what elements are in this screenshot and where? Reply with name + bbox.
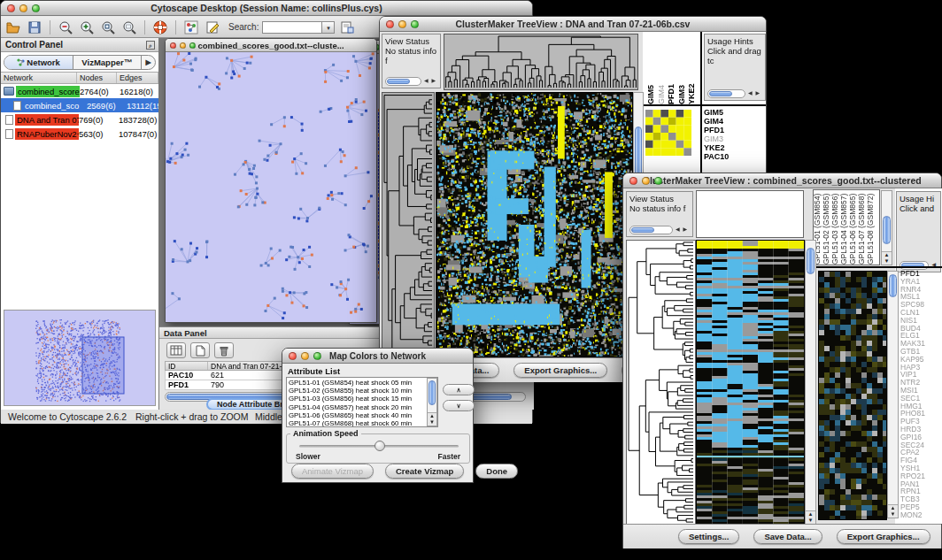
slider-thumb[interactable]	[374, 441, 385, 451]
column-labels-vscrollbar[interactable]: ▲▼	[881, 190, 892, 265]
column-label[interactable]: GIM4	[657, 34, 667, 104]
column-label[interactable]: GPL51-06 (GSM865)	[849, 190, 857, 265]
create-vizmap-button[interactable]: Create Vizmap	[385, 464, 464, 479]
delete-attribute-button[interactable]	[214, 342, 234, 358]
dialog-titlebar[interactable]: Map Colors to Network	[282, 349, 473, 364]
minimize-button[interactable]	[180, 42, 186, 49]
done-button[interactable]: Done	[475, 464, 518, 479]
tab-network[interactable]: Network	[4, 56, 73, 69]
zoom-button[interactable]	[313, 352, 321, 360]
minimize-button[interactable]	[19, 4, 27, 12]
treeview-action-button[interactable]: Export Graphics...	[837, 529, 930, 544]
scrollbar-thumb[interactable]	[889, 274, 897, 297]
scrollbar-track[interactable]	[385, 77, 421, 86]
scrollbar-thumb[interactable]	[883, 216, 891, 244]
attribute-list-vscrollbar[interactable]: ▲▼	[427, 378, 437, 426]
gene-label[interactable]: GIM5	[704, 109, 729, 117]
treeview1-titlebar[interactable]: ClusterMaker TreeView : DNA and Tran 07-…	[380, 17, 766, 32]
scroll-arrows-icon[interactable]: ▲▼	[882, 251, 892, 265]
treeview2-titlebar[interactable]: ClusterMaker TreeView : combined_scores_…	[623, 173, 941, 188]
search-input[interactable]	[262, 21, 322, 34]
vizmapper-button[interactable]	[182, 19, 200, 35]
minimize-button[interactable]	[642, 177, 650, 185]
network-row[interactable]: DNA and Tran 07 769(0) 183728(0)	[1, 112, 158, 127]
scrollbar-thumb[interactable]	[807, 248, 815, 274]
network-row[interactable]: combined_sco 2569(6) 13112(15)	[1, 98, 158, 112]
scroll-arrows-icon[interactable]: ◀ ▶	[421, 76, 436, 86]
scrollbar-thumb[interactable]	[387, 79, 410, 84]
heatmap-canvas[interactable]	[436, 92, 633, 357]
heatmap-vscrollbar[interactable]: ▲▼	[805, 240, 816, 525]
network-view-titlebar[interactable]: combined_scores_good.txt--cluste...	[166, 39, 376, 52]
gene-label[interactable]: GIM4	[704, 118, 729, 126]
scroll-arrows-icon[interactable]: ◀ ▶	[673, 225, 688, 234]
gene-label[interactable]: GIM3	[704, 135, 729, 143]
zoom-selected-button[interactable]	[99, 19, 117, 35]
network-view-canvas[interactable]	[166, 52, 376, 322]
column-label[interactable]: GPL51-02 (GSM855)	[822, 190, 830, 265]
attribute-item[interactable]: GPL51-02 (GSM855) heat shock 10 min	[289, 387, 436, 395]
zoom-in-button[interactable]	[78, 19, 96, 35]
secondary-heatmap-canvas[interactable]	[818, 271, 887, 520]
network-view-window[interactable]: combined_scores_good.txt--cluste...	[165, 38, 377, 323]
network-overview-panel[interactable]	[4, 310, 156, 406]
column-label[interactable]: GPL51-08 (GSM872)	[867, 190, 875, 265]
column-label[interactable]: GIM3	[677, 34, 687, 104]
row-dendrogram-canvas[interactable]	[626, 240, 696, 525]
heatmap-canvas[interactable]	[696, 240, 805, 526]
scrollbar-thumb[interactable]	[631, 227, 654, 233]
attribute-item[interactable]: GPL51-04 (GSM857) heat shock 20 min	[289, 403, 436, 411]
close-button[interactable]	[7, 4, 15, 12]
scrollbar-track[interactable]	[900, 261, 929, 270]
column-label[interactable]: GPL51-07 (GSM868)	[858, 190, 866, 265]
horizontal-scrollbar[interactable]: ◀ ▶	[707, 88, 761, 98]
correlation-matrix-canvas[interactable]	[645, 110, 691, 156]
scrollbar-thumb[interactable]	[709, 91, 732, 96]
move-down-button[interactable]: ∨	[443, 400, 475, 411]
tab-vizmapper[interactable]: VizMapper™	[73, 56, 142, 69]
treeview-action-button[interactable]: Save Data...	[753, 529, 822, 544]
close-button[interactable]	[629, 177, 637, 185]
scroll-arrows-icon[interactable]: ◀ ▶	[745, 88, 761, 98]
scroll-arrows-icon[interactable]: ▲▼	[428, 412, 436, 426]
close-button[interactable]	[170, 42, 176, 49]
animate-vizmap-button[interactable]: Animate Vizmap	[291, 464, 374, 479]
attribute-item[interactable]: GPL51-01 (GSM854) heat shock 05 min	[289, 379, 436, 387]
gene-label[interactable]: PFD1	[704, 127, 729, 134]
open-session-button[interactable]	[4, 19, 22, 35]
annotation-button[interactable]	[204, 19, 221, 35]
zoom-button[interactable]	[189, 42, 196, 49]
move-up-button[interactable]: ∧	[443, 384, 475, 395]
horizontal-scrollbar[interactable]: ◀ ▶	[629, 225, 688, 234]
column-label[interactable]: GIM5	[646, 34, 656, 104]
scroll-arrows-icon[interactable]: ▲▼	[888, 504, 898, 518]
scroll-arrows-icon[interactable]: ◀	[929, 260, 937, 270]
search-config-button[interactable]	[338, 19, 356, 35]
gene-label[interactable]: MON2	[900, 511, 925, 519]
column-label[interactable]: YKE2	[687, 34, 697, 104]
tab-overflow-button[interactable]: ▶	[141, 56, 155, 69]
column-label[interactable]: GPL51-04 (GSM857)	[840, 190, 848, 265]
column-dendrogram-canvas[interactable]	[444, 34, 638, 90]
column-label[interactable]: PAC10	[698, 34, 699, 104]
zoom-button[interactable]	[654, 177, 662, 185]
minimize-button[interactable]	[398, 20, 406, 28]
search-dropdown-button[interactable]: ▾	[322, 21, 335, 34]
select-attributes-button[interactable]	[166, 342, 186, 358]
attribute-item[interactable]: GPL51-03 (GSM856) heat shock 15 min	[289, 395, 436, 403]
attribute-item[interactable]: GPL51-07 (GSM868) heat shock 60 min	[289, 419, 436, 427]
secondary-heatmap-vscrollbar[interactable]: ▲▼	[887, 271, 899, 518]
gene-label[interactable]: PAC10	[704, 153, 729, 161]
treeview-action-button[interactable]: Export Graphics...	[513, 363, 607, 378]
gene-label[interactable]: YKE2	[704, 144, 729, 152]
zoom-button[interactable]	[32, 4, 40, 12]
cytoscape-titlebar[interactable]: Cytoscape Desktop (Session Name: collins…	[1, 1, 532, 16]
zoom-fit-button[interactable]	[120, 19, 138, 35]
speed-slider[interactable]	[299, 445, 459, 448]
column-label[interactable]: GPL51-03 (GSM856)	[831, 190, 839, 265]
column-label[interactable]: PFD1	[667, 34, 676, 104]
row-dendrogram-canvas[interactable]	[382, 92, 435, 357]
attribute-item[interactable]: GPL51-06 (GSM865) heat shock 40 min	[289, 411, 436, 419]
minimize-button[interactable]	[301, 352, 309, 360]
treeview-action-button[interactable]: Settings...	[678, 529, 739, 544]
